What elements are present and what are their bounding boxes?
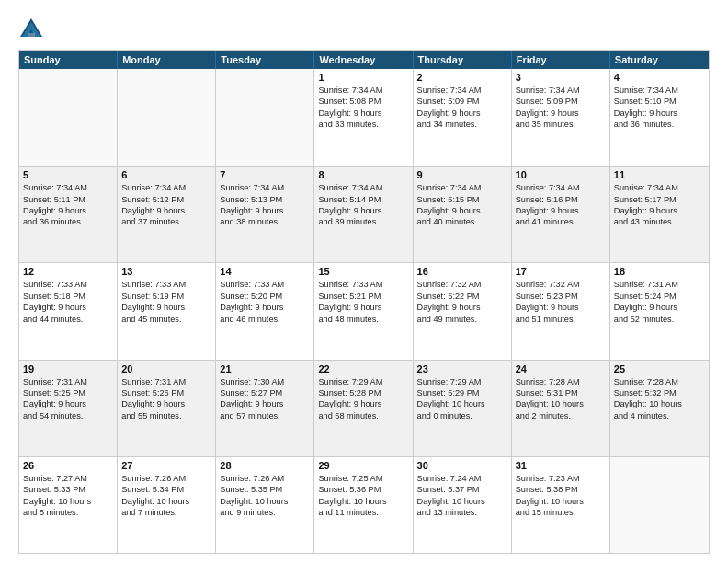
cell-info-line: and 52 minutes.	[614, 314, 705, 325]
cell-info-line: Sunrise: 7:34 AM	[614, 85, 705, 96]
header-day-thursday: Thursday	[414, 51, 512, 69]
cell-info-line: Daylight: 9 hours	[23, 398, 113, 409]
calendar-cell: 20Sunrise: 7:31 AMSunset: 5:26 PMDayligh…	[118, 361, 216, 456]
day-number: 28	[220, 460, 310, 471]
calendar-cell	[19, 69, 118, 166]
cell-info-line: Daylight: 9 hours	[417, 108, 507, 119]
cell-info-line: and 49 minutes.	[417, 314, 507, 325]
cell-info-line: Sunset: 5:12 PM	[121, 194, 211, 205]
calendar-cell: 19Sunrise: 7:31 AMSunset: 5:25 PMDayligh…	[19, 361, 118, 456]
calendar-cell: 9Sunrise: 7:34 AMSunset: 5:15 PMDaylight…	[414, 167, 512, 262]
calendar-cell: 8Sunrise: 7:34 AMSunset: 5:14 PMDaylight…	[314, 167, 413, 262]
cell-info-line: Sunrise: 7:31 AM	[23, 376, 113, 387]
calendar-cell: 13Sunrise: 7:33 AMSunset: 5:19 PMDayligh…	[118, 263, 216, 359]
calendar-header-row: SundayMondayTuesdayWednesdayThursdayFrid…	[19, 51, 709, 69]
calendar-cell	[216, 69, 314, 166]
cell-info-line: Sunset: 5:38 PM	[516, 484, 606, 495]
cell-info-line: Sunrise: 7:34 AM	[417, 85, 507, 96]
cell-info-line: and 5 minutes.	[23, 507, 113, 518]
cell-info-line: and 34 minutes.	[417, 119, 507, 130]
day-number: 5	[23, 169, 113, 180]
calendar-cell: 12Sunrise: 7:33 AMSunset: 5:18 PMDayligh…	[19, 263, 118, 359]
day-number: 3	[516, 72, 606, 83]
day-number: 1	[318, 72, 408, 83]
cell-info-line: and 2 minutes.	[516, 410, 606, 421]
calendar-cell: 24Sunrise: 7:28 AMSunset: 5:31 PMDayligh…	[512, 361, 610, 456]
cell-info-line: Sunset: 5:11 PM	[23, 194, 113, 205]
cell-info-line: Sunrise: 7:28 AM	[516, 376, 606, 387]
cell-info-line: and 11 minutes.	[318, 507, 408, 518]
cell-info-line: and 57 minutes.	[220, 410, 310, 421]
calendar-cell: 16Sunrise: 7:32 AMSunset: 5:22 PMDayligh…	[414, 263, 512, 359]
cell-info-line: Sunrise: 7:28 AM	[614, 376, 705, 387]
cell-info-line: Daylight: 9 hours	[121, 302, 211, 313]
cell-info-line: and 58 minutes.	[318, 410, 408, 421]
cell-info-line: Sunrise: 7:23 AM	[516, 473, 606, 484]
cell-info-line: and 45 minutes.	[121, 314, 211, 325]
calendar-cell: 25Sunrise: 7:28 AMSunset: 5:32 PMDayligh…	[610, 361, 709, 456]
cell-info-line: Sunset: 5:20 PM	[220, 291, 310, 302]
cell-info-line: Daylight: 10 hours	[318, 496, 408, 507]
cell-info-line: Daylight: 9 hours	[516, 108, 606, 119]
cell-info-line: and 36 minutes.	[614, 119, 705, 130]
cell-info-line: Sunset: 5:14 PM	[318, 194, 408, 205]
calendar-cell: 18Sunrise: 7:31 AMSunset: 5:24 PMDayligh…	[610, 263, 709, 359]
cell-info-line: Daylight: 9 hours	[318, 302, 408, 313]
cell-info-line: Sunrise: 7:34 AM	[318, 85, 408, 96]
cell-info-line: Sunset: 5:29 PM	[417, 387, 507, 398]
cell-info-line: Daylight: 10 hours	[23, 496, 113, 507]
cell-info-line: Daylight: 9 hours	[614, 302, 705, 313]
calendar-cell: 21Sunrise: 7:30 AMSunset: 5:27 PMDayligh…	[216, 361, 314, 456]
cell-info-line: and 0 minutes.	[417, 410, 507, 421]
day-number: 2	[417, 72, 507, 83]
cell-info-line: and 55 minutes.	[121, 410, 211, 421]
cell-info-line: Daylight: 10 hours	[417, 398, 507, 409]
cell-info-line: Daylight: 9 hours	[318, 205, 408, 216]
day-number: 18	[614, 266, 705, 277]
day-number: 13	[121, 266, 211, 277]
cell-info-line: Sunset: 5:25 PM	[23, 387, 113, 398]
cell-info-line: Daylight: 9 hours	[318, 398, 408, 409]
header-day-wednesday: Wednesday	[314, 51, 413, 69]
calendar-cell: 5Sunrise: 7:34 AMSunset: 5:11 PMDaylight…	[19, 167, 118, 262]
cell-info-line: Daylight: 9 hours	[318, 108, 408, 119]
cell-info-line: Daylight: 10 hours	[516, 398, 606, 409]
cell-info-line: and 9 minutes.	[220, 507, 310, 518]
calendar-cell: 1Sunrise: 7:34 AMSunset: 5:08 PMDaylight…	[314, 69, 413, 166]
cell-info-line: Daylight: 9 hours	[516, 302, 606, 313]
cell-info-line: Sunrise: 7:31 AM	[614, 279, 705, 290]
cell-info-line: Sunrise: 7:34 AM	[417, 182, 507, 193]
cell-info-line: Sunrise: 7:31 AM	[121, 376, 211, 387]
cell-info-line: Sunrise: 7:29 AM	[417, 376, 507, 387]
calendar-week-4: 19Sunrise: 7:31 AMSunset: 5:25 PMDayligh…	[19, 360, 709, 456]
cell-info-line: Sunset: 5:24 PM	[614, 291, 705, 302]
cell-info-line: Sunrise: 7:34 AM	[516, 182, 606, 193]
cell-info-line: Sunrise: 7:33 AM	[318, 279, 408, 290]
calendar-cell: 7Sunrise: 7:34 AMSunset: 5:13 PMDaylight…	[216, 167, 314, 262]
cell-info-line: and 48 minutes.	[318, 314, 408, 325]
day-number: 26	[23, 460, 113, 471]
day-number: 4	[614, 72, 705, 83]
calendar-body: 1Sunrise: 7:34 AMSunset: 5:08 PMDaylight…	[19, 69, 709, 553]
calendar-cell: 2Sunrise: 7:34 AMSunset: 5:09 PMDaylight…	[414, 69, 512, 166]
calendar-week-5: 26Sunrise: 7:27 AMSunset: 5:33 PMDayligh…	[19, 456, 709, 553]
cell-info-line: and 40 minutes.	[417, 216, 507, 227]
day-number: 12	[23, 266, 113, 277]
calendar-cell: 31Sunrise: 7:23 AMSunset: 5:38 PMDayligh…	[512, 457, 610, 553]
cell-info-line: Sunrise: 7:32 AM	[516, 279, 606, 290]
cell-info-line: Sunset: 5:34 PM	[121, 484, 211, 495]
cell-info-line: and 41 minutes.	[516, 216, 606, 227]
calendar-cell: 11Sunrise: 7:34 AMSunset: 5:17 PMDayligh…	[610, 167, 709, 262]
cell-info-line: Daylight: 10 hours	[417, 496, 507, 507]
cell-info-line: Sunset: 5:21 PM	[318, 291, 408, 302]
header-day-saturday: Saturday	[610, 51, 709, 69]
cell-info-line: Sunset: 5:32 PM	[614, 387, 705, 398]
day-number: 27	[121, 460, 211, 471]
calendar-cell: 30Sunrise: 7:24 AMSunset: 5:37 PMDayligh…	[414, 457, 512, 553]
header-day-tuesday: Tuesday	[216, 51, 314, 69]
calendar-cell: 3Sunrise: 7:34 AMSunset: 5:09 PMDaylight…	[512, 69, 610, 166]
cell-info-line: Daylight: 10 hours	[220, 496, 310, 507]
cell-info-line: Sunrise: 7:34 AM	[516, 85, 606, 96]
day-number: 24	[516, 363, 606, 374]
day-number: 23	[417, 363, 507, 374]
